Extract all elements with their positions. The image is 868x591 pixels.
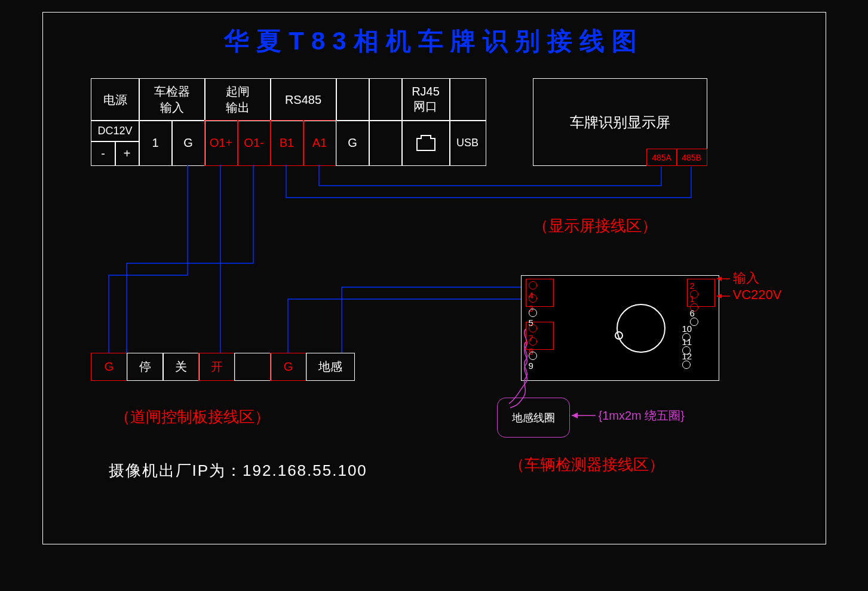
pin6: 6	[690, 308, 695, 318]
cell-g1: G	[171, 120, 206, 166]
hdr-empty2	[369, 78, 403, 121]
hdr-detector: 车检器 输入	[139, 78, 206, 121]
detector-zone-label: （车辆检测器接线区）	[509, 454, 664, 475]
camera-ip: 摄像机出厂IP为：192.168.55.100	[109, 460, 367, 481]
pin12: 12	[682, 351, 692, 361]
hdr-rs485: RS485	[270, 78, 337, 121]
gate-sense: 地感	[306, 353, 355, 381]
cell-usb: USB	[449, 120, 486, 166]
cell-dc: DC12V	[91, 120, 140, 142]
gate-g2: G	[270, 353, 307, 381]
hdr-rj45: RJ45 网口	[401, 78, 450, 121]
gate-open: 开	[198, 353, 235, 381]
hdr-empty3	[449, 78, 486, 121]
pin2: 2	[690, 281, 695, 291]
pin1: 1	[690, 294, 695, 304]
cell-a1: A1	[303, 120, 337, 166]
gate-zone-label: （道闸控制板接线区）	[115, 407, 270, 427]
cell-b1: B1	[270, 120, 304, 166]
cell-o1p: O1+	[204, 120, 238, 166]
cell-plus: +	[115, 141, 140, 166]
diagram-frame: 华夏T83相机车牌识别接线图 电源 车检器 输入 起闸 输出 RS485 RJ4…	[42, 12, 826, 544]
display-485a: 485A	[646, 149, 677, 166]
cell-g2: G	[336, 120, 370, 166]
pin11: 11	[682, 337, 692, 347]
svg-marker-4	[572, 413, 578, 418]
svg-point-1	[615, 332, 622, 339]
cell-minus: -	[91, 141, 116, 166]
pin9: 9	[529, 361, 533, 371]
ground-coil: 地感线圈	[497, 398, 570, 438]
cell-1: 1	[139, 120, 173, 166]
gate-g: G	[91, 353, 128, 381]
gate-stop: 停	[127, 353, 164, 381]
detector-vc-label: VC220V	[733, 287, 782, 303]
diagram-title: 华夏T83相机车牌识别接线图	[43, 13, 826, 58]
display-485b: 485B	[676, 149, 707, 166]
coil-note: {1mx2m 绕五圈}	[599, 408, 685, 424]
cell-rj45-port	[401, 120, 450, 166]
hdr-gate: 起闸 输出	[204, 78, 271, 121]
cell-empty	[369, 120, 403, 166]
pin10: 10	[682, 324, 692, 334]
display-zone-label: （显示屏接线区）	[533, 216, 657, 236]
hdr-power: 电源	[91, 78, 140, 121]
svg-point-0	[617, 304, 665, 352]
gate-close: 关	[162, 353, 200, 381]
hdr-empty1	[336, 78, 370, 121]
cell-o1m: O1-	[237, 120, 271, 166]
detector-input-label: 输入	[733, 269, 759, 287]
gate-blank	[234, 353, 271, 381]
